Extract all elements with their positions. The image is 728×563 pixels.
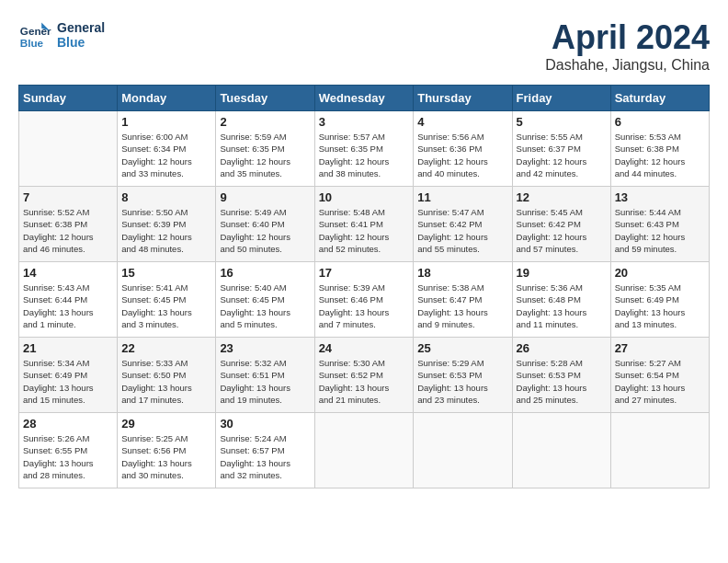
day-number: 4 [417,115,507,129]
calendar-cell: 8Sunrise: 5:50 AM Sunset: 6:39 PM Daylig… [118,187,216,262]
day-number: 21 [23,341,113,355]
calendar: SundayMondayTuesdayWednesdayThursdayFrid… [18,85,710,488]
day-number: 9 [220,190,310,204]
day-info: Sunrise: 5:50 AM Sunset: 6:39 PM Dayligh… [121,206,211,255]
day-number: 19 [517,266,607,280]
day-number: 17 [319,266,410,280]
day-info: Sunrise: 5:35 AM Sunset: 6:49 PM Dayligh… [615,282,705,330]
day-number: 22 [121,341,211,355]
day-number: 11 [417,190,507,204]
calendar-header-wednesday: Wednesday [314,86,414,111]
location: Dashahe, Jiangsu, China [545,57,710,74]
day-number: 16 [220,266,310,280]
logo-line1: General [57,20,105,35]
calendar-cell [610,413,709,488]
day-number: 1 [121,115,211,129]
day-info: Sunrise: 5:41 AM Sunset: 6:45 PM Dayligh… [121,282,211,330]
calendar-cell: 13Sunrise: 5:44 AM Sunset: 6:43 PM Dayli… [610,187,709,262]
header: General Blue General Blue April 2024 Das… [18,18,710,74]
calendar-cell: 3Sunrise: 5:57 AM Sunset: 6:35 PM Daylig… [314,111,414,187]
day-info: Sunrise: 5:33 AM Sunset: 6:50 PM Dayligh… [121,357,211,406]
calendar-cell [414,413,512,488]
calendar-cell: 25Sunrise: 5:29 AM Sunset: 6:53 PM Dayli… [414,338,512,413]
calendar-cell: 26Sunrise: 5:28 AM Sunset: 6:53 PM Dayli… [512,338,610,413]
day-info: Sunrise: 6:00 AM Sunset: 6:34 PM Dayligh… [121,131,211,179]
calendar-week-5: 28Sunrise: 5:26 AM Sunset: 6:55 PM Dayli… [19,413,710,488]
day-info: Sunrise: 5:52 AM Sunset: 6:38 PM Dayligh… [23,206,113,255]
month-title: April 2024 [545,18,710,57]
calendar-cell: 22Sunrise: 5:33 AM Sunset: 6:50 PM Dayli… [118,338,216,413]
day-info: Sunrise: 5:26 AM Sunset: 6:55 PM Dayligh… [23,432,113,481]
day-info: Sunrise: 5:56 AM Sunset: 6:36 PM Dayligh… [417,131,507,179]
svg-text:General: General [20,25,51,37]
day-number: 20 [615,266,705,280]
day-info: Sunrise: 5:36 AM Sunset: 6:48 PM Dayligh… [517,282,607,330]
day-info: Sunrise: 5:47 AM Sunset: 6:42 PM Dayligh… [417,206,507,255]
calendar-cell: 10Sunrise: 5:48 AM Sunset: 6:41 PM Dayli… [314,187,414,262]
calendar-week-2: 7Sunrise: 5:52 AM Sunset: 6:38 PM Daylig… [19,187,710,262]
calendar-cell: 23Sunrise: 5:32 AM Sunset: 6:51 PM Dayli… [216,338,314,413]
day-number: 14 [23,266,113,280]
day-info: Sunrise: 5:29 AM Sunset: 6:53 PM Dayligh… [417,357,507,406]
calendar-cell: 16Sunrise: 5:40 AM Sunset: 6:45 PM Dayli… [216,262,314,338]
calendar-cell: 28Sunrise: 5:26 AM Sunset: 6:55 PM Dayli… [19,413,118,488]
calendar-cell: 6Sunrise: 5:53 AM Sunset: 6:38 PM Daylig… [610,111,709,187]
day-number: 5 [517,115,607,129]
calendar-cell: 27Sunrise: 5:27 AM Sunset: 6:54 PM Dayli… [610,338,709,413]
day-number: 29 [121,417,211,431]
calendar-cell: 2Sunrise: 5:59 AM Sunset: 6:35 PM Daylig… [216,111,314,187]
calendar-cell: 1Sunrise: 6:00 AM Sunset: 6:34 PM Daylig… [118,111,216,187]
calendar-week-4: 21Sunrise: 5:34 AM Sunset: 6:49 PM Dayli… [19,338,710,413]
calendar-cell: 15Sunrise: 5:41 AM Sunset: 6:45 PM Dayli… [118,262,216,338]
logo: General Blue General Blue [18,18,105,52]
calendar-cell: 29Sunrise: 5:25 AM Sunset: 6:56 PM Dayli… [118,413,216,488]
day-number: 30 [220,417,310,431]
day-number: 18 [417,266,507,280]
calendar-header-thursday: Thursday [414,86,512,111]
calendar-cell: 9Sunrise: 5:49 AM Sunset: 6:40 PM Daylig… [216,187,314,262]
page: General Blue General Blue April 2024 Das… [0,0,728,563]
calendar-header-row: SundayMondayTuesdayWednesdayThursdayFrid… [19,86,710,111]
day-number: 6 [615,115,705,129]
day-info: Sunrise: 5:49 AM Sunset: 6:40 PM Dayligh… [220,206,310,255]
calendar-header-friday: Friday [512,86,610,111]
day-info: Sunrise: 5:44 AM Sunset: 6:43 PM Dayligh… [615,206,705,255]
day-number: 3 [319,115,410,129]
day-info: Sunrise: 5:38 AM Sunset: 6:47 PM Dayligh… [417,282,507,330]
calendar-cell: 20Sunrise: 5:35 AM Sunset: 6:49 PM Dayli… [610,262,709,338]
calendar-week-1: 1Sunrise: 6:00 AM Sunset: 6:34 PM Daylig… [19,111,710,187]
day-info: Sunrise: 5:32 AM Sunset: 6:51 PM Dayligh… [220,357,310,406]
day-info: Sunrise: 5:24 AM Sunset: 6:57 PM Dayligh… [220,432,310,481]
day-number: 28 [23,417,113,431]
calendar-cell [19,111,118,187]
day-info: Sunrise: 5:28 AM Sunset: 6:53 PM Dayligh… [517,357,607,406]
calendar-header-saturday: Saturday [610,86,709,111]
calendar-cell: 17Sunrise: 5:39 AM Sunset: 6:46 PM Dayli… [314,262,414,338]
calendar-cell: 11Sunrise: 5:47 AM Sunset: 6:42 PM Dayli… [414,187,512,262]
day-number: 13 [615,190,705,204]
day-info: Sunrise: 5:27 AM Sunset: 6:54 PM Dayligh… [615,357,705,406]
calendar-cell: 24Sunrise: 5:30 AM Sunset: 6:52 PM Dayli… [314,338,414,413]
calendar-header-sunday: Sunday [19,86,118,111]
day-info: Sunrise: 5:30 AM Sunset: 6:52 PM Dayligh… [319,357,410,406]
day-number: 7 [23,190,113,204]
day-info: Sunrise: 5:55 AM Sunset: 6:37 PM Dayligh… [517,131,607,179]
calendar-cell: 7Sunrise: 5:52 AM Sunset: 6:38 PM Daylig… [19,187,118,262]
day-info: Sunrise: 5:34 AM Sunset: 6:49 PM Dayligh… [23,357,113,406]
day-info: Sunrise: 5:53 AM Sunset: 6:38 PM Dayligh… [615,131,705,179]
day-number: 15 [121,266,211,280]
calendar-cell: 4Sunrise: 5:56 AM Sunset: 6:36 PM Daylig… [414,111,512,187]
day-number: 23 [220,341,310,355]
day-number: 27 [615,341,705,355]
logo-icon: General Blue [18,18,51,52]
calendar-cell: 18Sunrise: 5:38 AM Sunset: 6:47 PM Dayli… [414,262,512,338]
day-info: Sunrise: 5:45 AM Sunset: 6:42 PM Dayligh… [517,206,607,255]
calendar-cell: 21Sunrise: 5:34 AM Sunset: 6:49 PM Dayli… [19,338,118,413]
logo-line2: Blue [57,35,105,50]
calendar-cell: 5Sunrise: 5:55 AM Sunset: 6:37 PM Daylig… [512,111,610,187]
day-info: Sunrise: 5:43 AM Sunset: 6:44 PM Dayligh… [23,282,113,330]
day-number: 24 [319,341,410,355]
day-info: Sunrise: 5:59 AM Sunset: 6:35 PM Dayligh… [220,131,310,179]
day-number: 8 [121,190,211,204]
day-number: 12 [517,190,607,204]
